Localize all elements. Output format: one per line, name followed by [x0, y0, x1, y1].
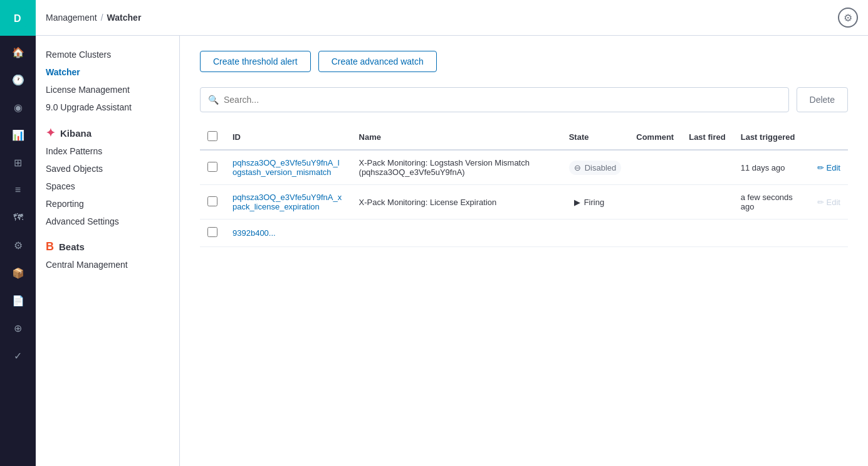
row2-comment-cell — [629, 185, 681, 220]
row2-state-badge: ▶ Firing — [569, 195, 610, 209]
sidebar-item-central-management[interactable]: Central Management — [36, 256, 179, 273]
app-logo[interactable]: D — [0, 0, 36, 36]
sidebar-item-index-patterns[interactable]: Index Patterns — [36, 142, 179, 160]
col-id: ID — [225, 125, 352, 150]
nav-icon-compass[interactable]: ◉ — [6, 95, 31, 120]
nav-icon-home[interactable]: 🏠 — [6, 40, 31, 65]
breadcrumb-parent[interactable]: Management — [46, 13, 97, 23]
sidebar-section-kibana: ✦ Kibana Index Patterns Saved Objects Sp… — [36, 121, 179, 230]
col-state: State — [562, 125, 629, 150]
kibana-icon: ✦ — [46, 126, 55, 140]
sidebar-item-upgrade-assistant[interactable]: 9.0 Upgrade Assistant — [36, 98, 179, 116]
main-panel: Create threshold alert Create advanced w… — [180, 36, 868, 466]
breadcrumb: Management / Watcher — [46, 13, 141, 23]
create-advanced-watch-button[interactable]: Create advanced watch — [318, 51, 437, 72]
sidebar-beats-label: Beats — [59, 241, 85, 252]
table-header-row: ID Name State Comment Last fired Last tr… — [200, 125, 848, 150]
select-all-checkbox[interactable] — [207, 131, 217, 141]
create-threshold-alert-button[interactable]: Create threshold alert — [200, 51, 311, 72]
row1-name: X-Pack Monitoring: Logstash Version Mism… — [359, 158, 530, 177]
sidebar-item-license-management[interactable]: License Management — [36, 81, 179, 98]
delete-button[interactable]: Delete — [797, 87, 848, 112]
sidebar-item-reporting[interactable]: Reporting — [36, 195, 179, 213]
nav-icon-list[interactable]: ≡ — [6, 177, 31, 203]
sidebar-item-remote-clusters[interactable]: Remote Clusters — [36, 46, 179, 63]
table-row: pqhsza3OQ_e3Vfe5uY9fnA_logstash_version_… — [200, 150, 848, 185]
row1-actions-cell: ✏ Edit — [810, 150, 848, 185]
row1-state-label: Disabled — [585, 163, 617, 172]
sidebar-item-central-management-label: Central Management — [46, 260, 128, 270]
user-icon[interactable]: ⚙ — [838, 8, 858, 28]
watch-table: ID Name State Comment Last fired Last tr… — [200, 125, 848, 247]
nav-icon-map[interactable]: 🗺 — [6, 205, 31, 230]
row1-last-fired-cell — [681, 150, 733, 185]
row2-actions-cell: ✏ Edit — [810, 185, 848, 220]
topbar-right: ⚙ — [838, 8, 858, 28]
row3-id-cell: 9392b400... — [225, 220, 352, 247]
row1-comment-cell — [629, 150, 681, 185]
row1-name-cell: X-Pack Monitoring: Logstash Version Mism… — [352, 150, 562, 185]
row3-last-fired-cell — [681, 220, 733, 247]
row2-edit-link[interactable]: ✏ Edit — [817, 198, 840, 207]
row3-actions-cell — [810, 220, 848, 247]
sidebar-item-saved-objects-label: Saved Objects — [46, 164, 103, 174]
sidebar-item-spaces[interactable]: Spaces — [36, 177, 179, 195]
search-icon: 🔍 — [208, 95, 219, 105]
nav-icon-package[interactable]: 📦 — [6, 260, 31, 285]
sidebar-item-spaces-label: Spaces — [46, 181, 75, 191]
sidebar-item-advanced-settings-label: Advanced Settings — [46, 216, 119, 226]
nav-icon-grid[interactable]: ⊞ — [6, 150, 31, 175]
disabled-icon: ⊖ — [574, 163, 581, 172]
sidebar-item-remote-clusters-label: Remote Clusters — [46, 50, 111, 60]
beats-icon: B — [46, 240, 54, 253]
row2-last-triggered: a few seconds ago — [741, 193, 793, 211]
search-input[interactable] — [224, 95, 781, 105]
nav-icon-layers[interactable]: ⊕ — [6, 315, 31, 341]
col-name: Name — [352, 125, 562, 150]
row2-id-link[interactable]: pqhsza3OQ_e3Vfe5uY9fnA_xpack_license_exp… — [233, 193, 342, 211]
sidebar-kibana-title: ✦ Kibana — [36, 121, 179, 142]
row1-edit-link[interactable]: ✏ Edit — [817, 163, 840, 172]
row1-checkbox[interactable] — [207, 162, 217, 172]
row1-edit-label: Edit — [827, 163, 840, 172]
col-actions — [810, 125, 848, 150]
row2-checkbox[interactable] — [207, 196, 217, 206]
row3-comment-cell — [629, 220, 681, 247]
sidebar-item-advanced-settings[interactable]: Advanced Settings — [36, 213, 179, 230]
nav-icon-document[interactable]: 📄 — [6, 288, 31, 313]
row2-checkbox-cell — [200, 185, 225, 220]
icon-rail: D 🏠 🕐 ◉ 📊 ⊞ ≡ 🗺 ⚙ 📦 📄 ⊕ ✓ — [0, 0, 36, 466]
row1-id-link[interactable]: pqhsza3OQ_e3Vfe5uY9fnA_logstash_version_… — [233, 158, 340, 177]
row1-state-cell: ⊖ Disabled — [562, 150, 629, 185]
col-last-triggered: Last triggered — [733, 125, 810, 150]
row3-checkbox-cell — [200, 220, 225, 247]
sidebar-item-upgrade-label: 9.0 Upgrade Assistant — [46, 102, 132, 112]
row1-edit-pencil-icon: ✏ — [817, 163, 824, 172]
row2-state-cell: ▶ Firing — [562, 185, 629, 220]
row1-checkbox-cell — [200, 150, 225, 185]
sidebar-item-saved-objects[interactable]: Saved Objects — [36, 160, 179, 177]
nav-icon-puzzle[interactable]: ⚙ — [6, 233, 31, 258]
sidebar-item-reporting-label: Reporting — [46, 199, 84, 209]
row1-last-triggered: 11 days ago — [741, 163, 785, 172]
sidebar: Remote Clusters Watcher License Manageme… — [36, 36, 180, 466]
topbar: Management / Watcher ⚙ — [36, 0, 868, 36]
row1-id-cell: pqhsza3OQ_e3Vfe5uY9fnA_logstash_version_… — [225, 150, 352, 185]
row3-id-link[interactable]: 9392b400... — [233, 228, 276, 238]
nav-icon-chart[interactable]: 📊 — [6, 122, 31, 147]
sidebar-beats-title: B Beats — [36, 235, 179, 256]
row3-state-cell — [562, 220, 629, 247]
nav-icon-check[interactable]: ✓ — [6, 343, 31, 368]
sidebar-item-license-label: License Management — [46, 85, 130, 95]
col-checkbox — [200, 125, 225, 150]
nav-icon-clock[interactable]: 🕐 — [6, 67, 31, 92]
row2-id-cell: pqhsza3OQ_e3Vfe5uY9fnA_xpack_license_exp… — [225, 185, 352, 220]
sidebar-item-watcher[interactable]: Watcher — [36, 63, 179, 81]
firing-icon: ▶ — [574, 198, 580, 207]
search-box-container: 🔍 — [200, 87, 789, 112]
breadcrumb-separator: / — [101, 13, 103, 23]
search-row: 🔍 Delete — [200, 87, 848, 112]
row2-last-fired-cell — [681, 185, 733, 220]
sidebar-item-index-patterns-label: Index Patterns — [46, 146, 102, 156]
row3-checkbox[interactable] — [207, 227, 217, 237]
